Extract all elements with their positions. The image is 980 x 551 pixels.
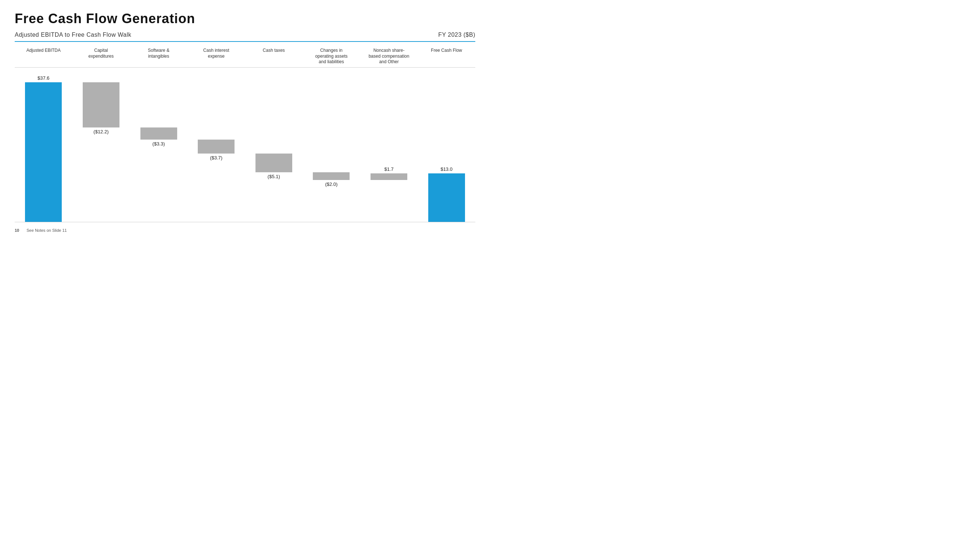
bar-rect-capex — [83, 82, 119, 127]
bar-label-bottom-cash-taxes: ($5.1) — [256, 174, 292, 179]
bar-col-capex: ($12.2) — [83, 82, 119, 127]
col-header-software: Software &intangibles — [130, 45, 188, 67]
bar-rect-cash-interest — [198, 140, 234, 153]
col-header-cash-interest: Cash interestexpense — [188, 45, 245, 67]
bar-col-cash-taxes: ($5.1) — [256, 154, 292, 173]
bar-col-changes-operating: ($2.0) — [313, 172, 350, 179]
fy-label: FY 2023 ($B) — [438, 32, 475, 38]
col-header-capex: Capitalexpenditures — [72, 45, 130, 67]
page-number: 10 — [15, 228, 19, 232]
col-header-noncash-share: Noncash share-based compensationand Othe… — [360, 45, 418, 67]
bar-label-bottom-software: ($3.3) — [140, 141, 177, 146]
subtitle: Adjusted EBITDA to Free Cash Flow Walk — [15, 32, 131, 38]
col-header-free-cash-flow: Free Cash Flow — [418, 45, 475, 67]
waterfall-chart: $37.6($12.2)($3.3)($3.7)($5.1)($2.0)$1.7… — [15, 68, 475, 222]
bar-col-free-cash-flow: $13.0 — [428, 173, 465, 221]
footer: 10 See Notes on Slide 11 — [15, 228, 475, 232]
bar-rect-noncash-share — [371, 173, 407, 179]
col-header-adjusted-ebitda: Adjusted EBITDA — [15, 45, 72, 67]
bar-col-cash-interest: ($3.7) — [198, 140, 234, 153]
bar-col-noncash-share: $1.7 — [371, 173, 407, 179]
bar-label-bottom-capex: ($12.2) — [83, 129, 119, 135]
bar-label-bottom-cash-interest: ($3.7) — [198, 155, 234, 160]
bar-label-bottom-changes-operating: ($2.0) — [313, 181, 350, 187]
col-header-changes-operating: Changes inoperating assetsand liabilitie… — [302, 45, 360, 67]
bar-rect-adjusted-ebitda — [25, 82, 62, 222]
page-title: Free Cash Flow Generation — [15, 11, 475, 27]
bar-rect-cash-taxes — [256, 154, 292, 173]
bottom-divider — [15, 222, 475, 222]
bar-label-top-free-cash-flow: $13.0 — [428, 167, 465, 172]
bar-col-software: ($3.3) — [140, 127, 177, 140]
bar-label-top-adjusted-ebitda: $37.6 — [25, 75, 62, 81]
bar-rect-changes-operating — [313, 172, 350, 179]
col-header-cash-taxes: Cash taxes — [245, 45, 303, 67]
bar-label-top-noncash-share: $1.7 — [371, 167, 407, 172]
bar-rect-free-cash-flow — [428, 173, 465, 221]
top-divider — [15, 41, 475, 42]
bar-rect-software — [140, 127, 177, 140]
bar-col-adjusted-ebitda: $37.6 — [25, 82, 62, 222]
column-headers: Adjusted EBITDA Capitalexpenditures Soft… — [15, 45, 475, 67]
footer-note: See Notes on Slide 11 — [27, 228, 67, 232]
